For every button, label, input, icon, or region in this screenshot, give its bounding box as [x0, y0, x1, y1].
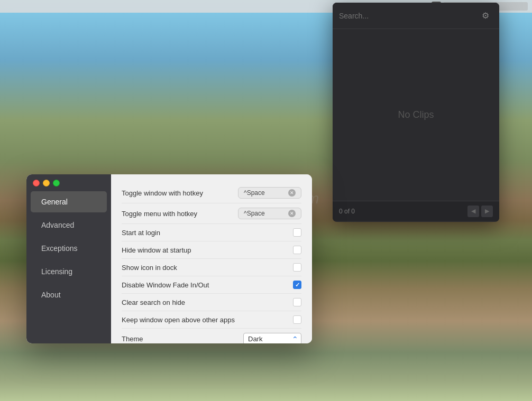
clipboard-search-input[interactable]	[339, 12, 474, 20]
hotkey-value: ^Space	[244, 189, 265, 197]
sidebar-item-advanced[interactable]: Advanced	[31, 215, 107, 236]
keep-open-label: Keep window open above other apps	[122, 316, 235, 324]
show-dock-icon-checkbox[interactable]	[293, 263, 301, 272]
footer-nav: ◀ ▶	[467, 206, 493, 217]
clear-search-label: Clear search on hide	[122, 299, 185, 306]
settings-content: Toggle window with hotkey ^Space ✕ Toggl…	[111, 174, 312, 343]
theme-select[interactable]: Light Dark System	[243, 333, 301, 343]
minimize-button[interactable]	[43, 180, 50, 186]
menu-hotkey-clear-icon[interactable]: ✕	[288, 210, 296, 217]
disable-fade-label: Disable Window Fade In/Out	[122, 281, 209, 289]
keep-open-checkbox[interactable]	[293, 315, 301, 324]
settings-row-theme: Theme Light Dark System ⌃	[122, 329, 301, 343]
prev-button[interactable]: ◀	[467, 206, 479, 217]
clear-search-checkbox[interactable]	[293, 298, 301, 306]
theme-label: Theme	[122, 335, 143, 343]
settings-row-keep-open: Keep window open above other apps	[122, 311, 301, 329]
settings-row-toggle-hotkey: Toggle window with hotkey ^Space ✕	[122, 183, 301, 203]
toggle-menu-hotkey-label: Toggle menu with hotkey	[122, 210, 197, 218]
settings-row-disable-fade: Disable Window Fade In/Out	[122, 276, 301, 294]
clipboard-body: No Clips	[333, 29, 499, 201]
theme-select-wrapper: Light Dark System ⌃	[243, 333, 301, 343]
sidebar-item-exceptions[interactable]: Exceptions	[31, 238, 107, 259]
next-button[interactable]: ▶	[481, 206, 493, 217]
settings-row-hide-startup: Hide window at startup	[122, 241, 301, 259]
hide-startup-label: Hide window at startup	[122, 246, 191, 254]
disable-fade-checkbox[interactable]	[293, 281, 301, 289]
settings-row-clear-search: Clear search on hide	[122, 294, 301, 311]
start-login-label: Start at login	[122, 229, 160, 237]
prev-icon: ◀	[471, 208, 475, 215]
no-clips-text: No Clips	[398, 109, 434, 120]
sidebar-item-about[interactable]: About	[31, 284, 107, 305]
clipboard-header: ⚙	[333, 3, 499, 29]
next-icon: ▶	[485, 208, 489, 215]
hotkey-clear-icon[interactable]: ✕	[288, 189, 296, 197]
clipboard-panel: ⚙ No Clips 0 of 0 ◀ ▶	[333, 3, 499, 222]
toggle-hotkey-input[interactable]: ^Space ✕	[238, 187, 301, 199]
gear-button[interactable]: ⚙	[478, 8, 493, 23]
sidebar-item-licensing[interactable]: Licensing	[31, 261, 107, 282]
gear-icon: ⚙	[482, 11, 489, 21]
clips-count: 0 of 0	[339, 208, 355, 215]
start-login-checkbox[interactable]	[293, 228, 301, 237]
settings-row-start-login: Start at login	[122, 224, 301, 241]
close-button[interactable]	[33, 180, 40, 186]
settings-window: General Advanced Exceptions Licensing Ab…	[26, 174, 312, 343]
show-dock-icon-label: Show icon in dock	[122, 264, 177, 272]
traffic-lights	[33, 180, 60, 186]
toggle-hotkey-label: Toggle window with hotkey	[122, 189, 203, 197]
settings-row-toggle-menu-hotkey: Toggle menu with hotkey ^Space ✕	[122, 203, 301, 224]
hide-startup-checkbox[interactable]	[293, 246, 301, 254]
sidebar-item-general[interactable]: General	[31, 191, 107, 212]
toggle-menu-hotkey-input[interactable]: ^Space ✕	[238, 208, 301, 219]
settings-sidebar: General Advanced Exceptions Licensing Ab…	[26, 174, 111, 343]
clipboard-footer: 0 of 0 ◀ ▶	[333, 201, 499, 221]
menu-hotkey-value: ^Space	[244, 210, 265, 217]
maximize-button[interactable]	[53, 180, 60, 186]
settings-row-show-dock-icon: Show icon in dock	[122, 259, 301, 276]
